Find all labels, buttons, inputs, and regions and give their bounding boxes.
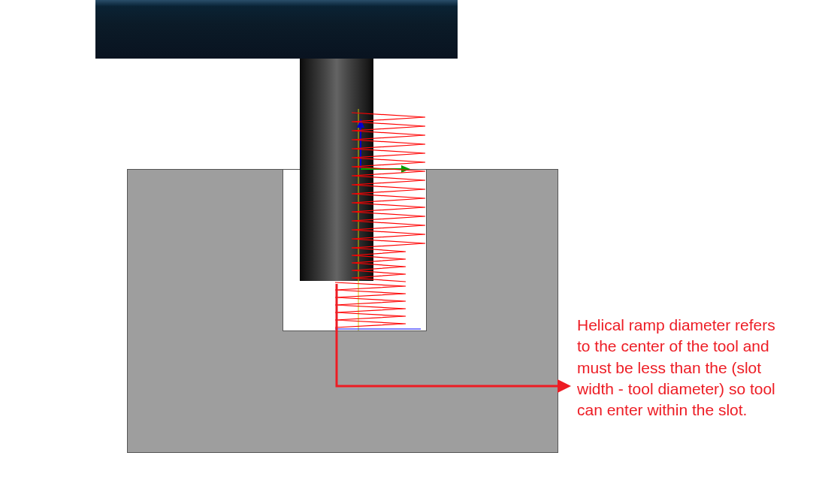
annotation-arrow [337,284,571,393]
annotation-text: Helical ramp diameter refers to the cent… [577,315,787,421]
helical-toolpath [335,113,425,327]
axis-y-arrowhead [401,165,410,173]
annotation-arrowhead [558,379,571,393]
vector-overlay [0,0,819,504]
diagram-canvas: Helical ramp diameter refers to the cent… [0,0,819,504]
